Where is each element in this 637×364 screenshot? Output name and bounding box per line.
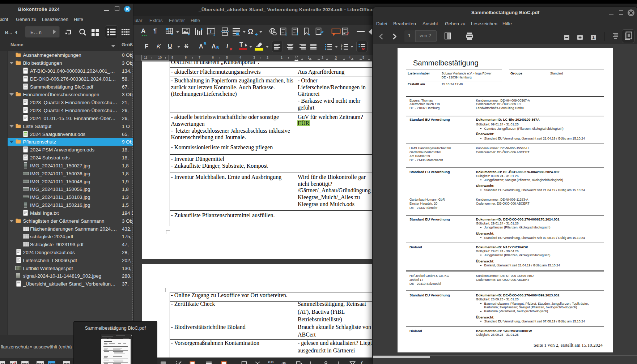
svg-text:3.: 3. (341, 48, 343, 50)
svg-text:T: T (209, 29, 212, 34)
svg-text:1: 1 (285, 32, 287, 36)
svg-text:i: i (297, 32, 298, 36)
